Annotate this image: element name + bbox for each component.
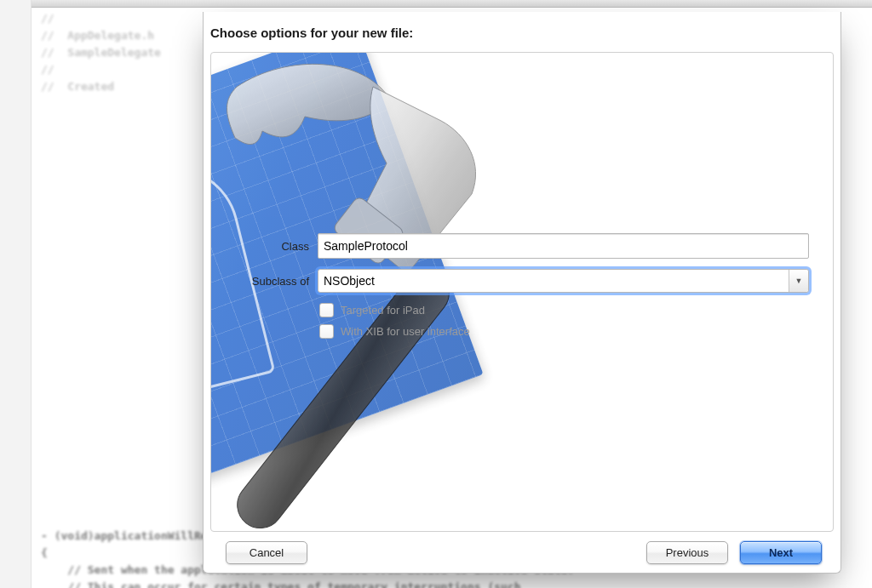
targeted-ipad-checkbox[interactable] (319, 303, 334, 317)
new-file-options-sheet: Choose options for your new file: (203, 12, 841, 574)
class-label: Class (211, 240, 318, 253)
with-xib-label: With XIB for user interface (341, 325, 470, 338)
sheet-body: Class Subclass of ▼ Targeted for iPad (210, 52, 834, 532)
sheet-inner: Choose options for your new file: (203, 12, 841, 574)
class-name-input[interactable] (318, 233, 809, 259)
subclass-row: Subclass of ▼ (211, 269, 833, 293)
targeted-ipad-row: Targeted for iPad (319, 303, 833, 317)
cancel-button[interactable]: Cancel (226, 541, 307, 564)
sheet-title: Choose options for your new file: (204, 12, 840, 52)
chevron-down-icon[interactable]: ▼ (789, 270, 808, 292)
subclass-input[interactable] (318, 269, 809, 293)
form-area: Class Subclass of ▼ Targeted for iPad (211, 53, 833, 531)
class-row: Class (211, 233, 833, 259)
next-button[interactable]: Next (740, 541, 822, 564)
button-bar: Cancel Previous Next (204, 532, 840, 573)
editor-gutter (0, 0, 32, 588)
previous-button[interactable]: Previous (646, 541, 728, 564)
background-toolbar (0, 0, 872, 8)
targeted-ipad-label: Targeted for iPad (341, 304, 425, 317)
with-xib-checkbox[interactable] (319, 324, 334, 339)
subclass-label: Subclass of (211, 275, 318, 288)
with-xib-row: With XIB for user interface (319, 324, 833, 339)
subclass-combobox[interactable]: ▼ (318, 269, 809, 293)
